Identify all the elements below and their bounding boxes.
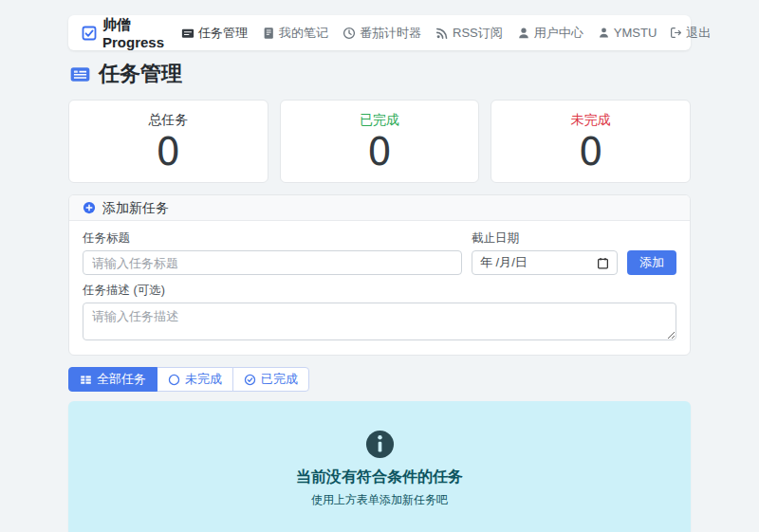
nav-item-label: RSS订阅 [453, 25, 503, 42]
add-task-button[interactable]: 添加 [627, 250, 676, 275]
user-menu[interactable]: YMSTU [598, 26, 657, 40]
username-label: YMSTU [614, 26, 657, 40]
task-title-label: 任务标题 [83, 231, 462, 246]
brand-label: 帅僧Progress [102, 16, 164, 50]
stat-label: 总任务 [69, 112, 268, 129]
task-desc-label: 任务描述 (可选) [83, 284, 676, 298]
tasks-icon [181, 27, 194, 40]
task-desc-field-group: 任务描述 (可选) [83, 284, 676, 344]
calendar-icon[interactable] [597, 257, 609, 269]
card-list-icon [70, 64, 90, 84]
nav-item-label: 番茄计时器 [360, 25, 421, 42]
stat-card-total: 总任务 0 [68, 100, 268, 183]
check-square-icon [82, 26, 97, 41]
stat-card-completed: 已完成 0 [280, 100, 480, 183]
nav-item-rss[interactable]: RSS订阅 [435, 25, 503, 42]
filter-label: 全部任务 [97, 372, 146, 387]
due-date-input[interactable]: 年 /月/日 [472, 250, 618, 275]
rss-icon [435, 27, 449, 40]
nav-item-notes[interactable]: 我的笔记 [262, 25, 328, 42]
logout-icon [670, 27, 682, 39]
stat-label: 已完成 [281, 112, 479, 129]
logout-label: 退出 [686, 25, 711, 42]
task-title-field-group: 任务标题 [83, 231, 462, 275]
due-date-label: 截止日期 [472, 231, 618, 246]
filter-completed-button[interactable]: 已完成 [232, 367, 309, 392]
stats-row: 总任务 0 已完成 0 未完成 0 [68, 100, 691, 183]
add-task-panel-title: 添加新任务 [102, 200, 169, 215]
clock-icon [342, 27, 356, 40]
nav-item-label: 用户中心 [534, 25, 583, 42]
nav-item-pomodoro[interactable]: 番茄计时器 [342, 25, 421, 42]
filter-label: 已完成 [261, 372, 298, 387]
nav-item-user-center[interactable]: 用户中心 [517, 25, 583, 42]
due-date-value: 年 /月/日 [480, 254, 528, 271]
page-title-row: 任务管理 [70, 62, 689, 86]
circle-icon [168, 374, 180, 386]
stat-value: 0 [69, 131, 268, 173]
add-task-panel-header: 添加新任务 [69, 195, 690, 221]
person-fill-icon [598, 27, 610, 39]
task-filter-group: 全部任务 未完成 已完成 [68, 367, 309, 392]
form-row-main: 任务标题 截止日期 年 /月/日 添加 [83, 231, 676, 275]
task-desc-textarea[interactable] [83, 303, 676, 340]
empty-state-subtitle: 使用上方表单添加新任务吧 [311, 492, 448, 508]
page-title: 任务管理 [99, 62, 182, 86]
task-title-input[interactable] [83, 250, 462, 275]
person-icon [517, 27, 530, 40]
empty-state-title: 当前没有符合条件的任务 [296, 468, 463, 486]
app-container: 帅僧Progress 任务管理 我的笔记 番茄计时器 RSS订阅 [68, 0, 691, 532]
stat-value: 0 [491, 131, 690, 173]
add-task-form: 任务标题 截止日期 年 /月/日 添加 任务描述 (可选) [69, 221, 690, 355]
notebook-icon [262, 27, 275, 40]
logout-link[interactable]: 退出 [670, 25, 711, 42]
nav-item-tasks[interactable]: 任务管理 [181, 25, 248, 42]
nav-item-label: 任务管理 [198, 25, 248, 42]
check-circle-icon [244, 374, 256, 386]
navbar-right: YMSTU 退出 [598, 25, 712, 42]
filter-all-button[interactable]: 全部任务 [68, 367, 157, 392]
due-date-field-group: 截止日期 年 /月/日 [472, 231, 618, 275]
add-task-panel: 添加新任务 任务标题 截止日期 年 /月/日 添加 [68, 194, 691, 356]
info-circle-icon [365, 430, 395, 459]
stat-value: 0 [281, 131, 479, 173]
filter-label: 未完成 [185, 372, 222, 387]
filter-pending-button[interactable]: 未完成 [157, 367, 233, 392]
plus-circle-icon [83, 201, 96, 214]
brand-link[interactable]: 帅僧Progress [82, 16, 164, 50]
empty-state: 当前没有符合条件的任务 使用上方表单添加新任务吧 [68, 401, 691, 532]
navbar: 帅僧Progress 任务管理 我的笔记 番茄计时器 RSS订阅 [68, 15, 691, 50]
grid-list-icon [80, 374, 92, 386]
stat-card-pending: 未完成 0 [491, 100, 691, 183]
stat-label: 未完成 [491, 112, 690, 129]
nav-item-label: 我的笔记 [279, 25, 328, 42]
